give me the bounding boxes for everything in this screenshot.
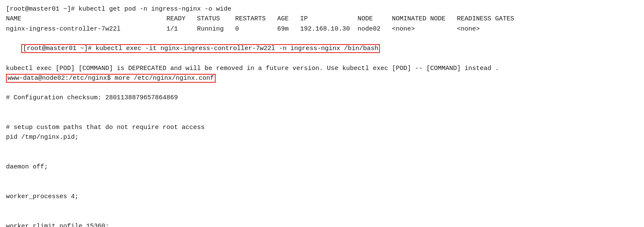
worker-rlimit-line: worker_rlimit_nofile 15360;	[6, 221, 638, 227]
exec-command-highlighted: [root@master01 ~]# kubectl exec -it ngin…	[6, 34, 638, 64]
config-checksum: # Configuration checksum: 28011388796578…	[6, 93, 638, 103]
pid-line: pid /tmp/nginx.pid;	[6, 132, 638, 142]
table-header: NAME READY STATUS RESTARTS AGE IP NODE N…	[6, 14, 638, 24]
terminal-window: [root@master01 ~]# kubectl get pod -n in…	[0, 0, 644, 227]
more-command-box: www-data@node02:/etc/nginx$ more /etc/ng…	[6, 74, 216, 83]
deprecated-warning: kubectl exec [POD] [COMMAND] is DEPRECAT…	[6, 64, 638, 73]
pod-row: nginx-ingress-controller-7w22l 1/1 Runni…	[6, 24, 638, 34]
comment-custom-paths: # setup custom paths that do not require…	[6, 123, 638, 132]
daemon-line: daemon off;	[6, 162, 638, 172]
worker-processes-line: worker_processes 4;	[6, 192, 638, 202]
more-command-highlighted: www-data@node02:/etc/nginx$ more /etc/ng…	[6, 73, 638, 83]
command-line-1: [root@master01 ~]# kubectl get pod -n in…	[6, 4, 638, 14]
exec-command-box: [root@master01 ~]# kubectl exec -it ngin…	[21, 44, 380, 53]
